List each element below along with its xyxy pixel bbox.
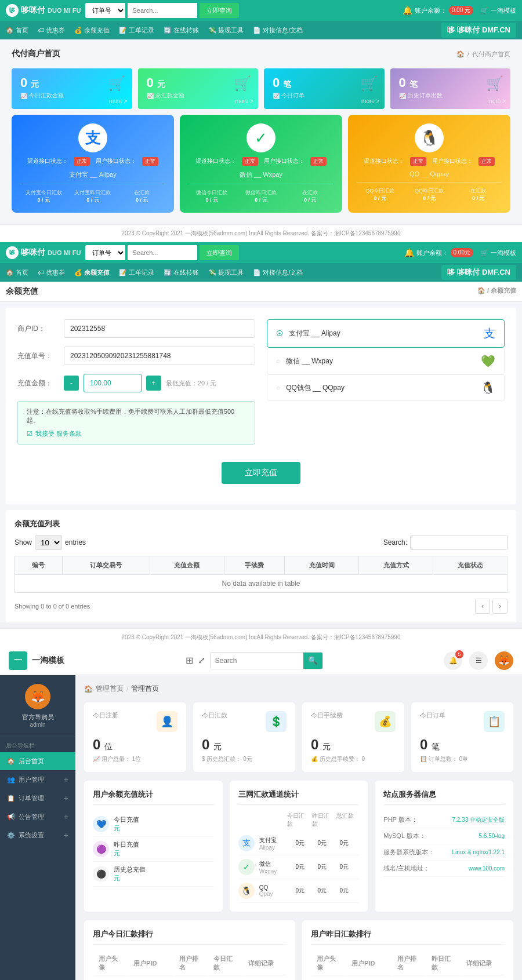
- charge-no-input[interactable]: [64, 347, 255, 365]
- logo-sub-1: DUO MI FU: [48, 7, 81, 14]
- expand-settings-icon: +: [64, 830, 68, 840]
- nav-right-1: 🔔 账户余额： 0.00 元 🛒 一淘模板: [403, 6, 516, 15]
- nav-home-1[interactable]: 🏠 首页: [6, 26, 28, 35]
- stat-more-3[interactable]: more >: [488, 98, 506, 104]
- dmf-brand-2: 哆 哆咪付 DMF.CN: [441, 265, 516, 280]
- sidebar-item-users[interactable]: 👥 用户管理 +: [0, 770, 75, 789]
- admin-stat-footer-1: $ 历史总汇款： 0元: [202, 755, 287, 763]
- nav-ticket-1[interactable]: 📝 工单记录: [119, 26, 154, 35]
- th-rank-yest: 用户排名: [393, 952, 426, 975]
- admin-layout: 🦊 官方导购员 admin 后台导航栏 🏠 后台首页 👥 用户管理 +: [0, 675, 522, 980]
- qq-stat-2: 在汇款 0 / 元: [455, 187, 502, 202]
- admin-stat-footer-2: 💰 历史总手续费： 0: [311, 755, 396, 763]
- search-input-1[interactable]: [128, 3, 197, 18]
- recharge-submit-btn[interactable]: 立即充值: [222, 462, 300, 484]
- nav-withdraw-1[interactable]: 💸 提现工具: [208, 26, 244, 35]
- table-search-label-2: Search:: [383, 538, 407, 547]
- admin-search-input[interactable]: [211, 653, 303, 669]
- agree-text: 我接受 服务条款: [35, 429, 82, 438]
- account-label-1: 账户余额：: [415, 6, 447, 15]
- search-select-2[interactable]: 订单号: [85, 245, 125, 260]
- channel-stat-values-alipay: 0元 0元 0元: [296, 839, 360, 847]
- nav-transfer-1[interactable]: 🔄 在线转账: [164, 26, 199, 35]
- nav-balance-2[interactable]: 💰 余额充值: [74, 268, 110, 277]
- admin-avatar[interactable]: 🦊: [495, 651, 513, 670]
- server-info-mysql: MySQL 版本： 5.6.50-log: [383, 828, 505, 844]
- admin-stat-label-2: 今日手续费: [311, 711, 343, 720]
- checkbox-icon[interactable]: ☑: [27, 430, 32, 438]
- profile-2[interactable]: 🛒 一淘模板: [480, 249, 516, 257]
- qq-stat-1: QQ昨日汇款 0 / 元: [406, 187, 453, 202]
- search-input-2[interactable]: [128, 245, 197, 260]
- server-info-domain: 域名/主机地址： www.100.com: [383, 861, 505, 877]
- radio-wechat[interactable]: ○: [276, 357, 280, 365]
- sidebar-item-settings[interactable]: ⚙️ 系统设置 +: [0, 826, 75, 844]
- prev-page-2[interactable]: ‹: [475, 599, 490, 614]
- qq-status: 渠道接口状态： 正常 用户接口状态： 正常: [357, 157, 502, 166]
- server-info-panel: 站点服务器信息 PHP 版本： 7.2.33 非稳定安全版 MySQL 版本： …: [375, 781, 513, 912]
- yest-rankno-0: 1: [393, 977, 426, 980]
- th-amount-yest: 昨日汇款: [427, 952, 460, 975]
- server-info-os: 服务器系统版本： Linux & nginx/1.22.1: [383, 844, 505, 861]
- radio-alipay[interactable]: ⦿: [276, 330, 283, 338]
- nav-ticket-2[interactable]: 📝 工单记录: [119, 268, 154, 277]
- menu-btn[interactable]: ☰: [469, 651, 488, 670]
- sidebar-item-announcements[interactable]: 📢 公告管理 +: [0, 807, 75, 826]
- balance-total-row: ⚫ 历史总充值 元: [93, 862, 214, 887]
- nav-transfer-2[interactable]: 🔄 在线转账: [164, 268, 199, 277]
- admin-breadcrumb: 🏠 管理首页 / 管理首页: [84, 684, 513, 694]
- admin-search-btn[interactable]: 🔍: [303, 653, 322, 669]
- search-select-1[interactable]: 订单号: [85, 3, 125, 18]
- sidebar-item-settings-content: ⚙️ 系统设置: [7, 831, 44, 840]
- charge-amount-input[interactable]: [84, 374, 142, 392]
- recharge-data-table: 编号 订单交易号 充值金额 手续费 充值时间 充值方式 充值状态 No data…: [14, 556, 507, 593]
- recharge-table-section: 余额充值列表 Show 10 entries Search: 编号: [6, 510, 516, 622]
- agree-row[interactable]: ☑ 我接受 服务条款: [27, 429, 246, 438]
- nav-home-2[interactable]: 🏠 首页: [6, 268, 28, 277]
- profile-1[interactable]: 🛒 一淘模板: [480, 6, 516, 15]
- payment-qq[interactable]: ○ QQ钱包 __ QQpay 🐧: [267, 374, 505, 401]
- stat-more-0[interactable]: more >: [109, 98, 127, 104]
- next-page-2[interactable]: ›: [492, 599, 507, 614]
- nav-coupon-1[interactable]: 🏷 优惠券: [38, 26, 65, 35]
- table-search-input-2[interactable]: [410, 535, 507, 550]
- breadcrumb-sep: /: [126, 685, 128, 693]
- admin-stat-icon-3: 📋: [484, 711, 505, 732]
- nav-docs-2[interactable]: 📄 对接信息/文档: [253, 268, 303, 277]
- payment-wechat[interactable]: ○ 微信 __ Wxpay 💚: [267, 348, 505, 374]
- nav-coupon-2[interactable]: 🏷 优惠券: [38, 268, 65, 277]
- admin-stat-icon-0: 👤: [157, 711, 177, 732]
- channel-stat-icon-wechat: ✓: [238, 859, 255, 875]
- entries-select-2[interactable]: 10: [35, 535, 62, 550]
- merchant-id-input[interactable]: [64, 319, 255, 338]
- pagination-2: ‹ ›: [475, 599, 507, 614]
- sidebar-section-title: 后台导航栏: [0, 737, 75, 752]
- sidebar-item-home[interactable]: 🏠 后台首页: [0, 752, 75, 770]
- nav-balance-1[interactable]: 💰 余额充值: [74, 26, 110, 35]
- balance-item-value-2: 元: [114, 874, 214, 883]
- stat-more-1[interactable]: more >: [235, 98, 253, 104]
- qq-total-val: 0元: [339, 887, 359, 895]
- sidebar-avatar: 🦊: [25, 684, 50, 709]
- stat-more-2[interactable]: more >: [361, 98, 379, 104]
- amount-plus[interactable]: +: [146, 376, 161, 391]
- sidebar-item-orders[interactable]: 📋 订单管理 +: [0, 789, 75, 807]
- radio-qq[interactable]: ○: [276, 384, 280, 392]
- search-btn-2[interactable]: 立即查询: [200, 245, 239, 260]
- alipay-stat-1: 支付宝昨日汇款 0 / 元: [70, 189, 117, 204]
- amount-minus[interactable]: -: [64, 376, 79, 391]
- nav-docs-1[interactable]: 📄 对接信息/文档: [253, 26, 303, 35]
- nav-withdraw-2[interactable]: 💸 提现工具: [208, 268, 244, 277]
- expand-icon[interactable]: ⤢: [198, 655, 205, 666]
- cart-icon-0: 🛒: [108, 75, 125, 92]
- payment-alipay[interactable]: ⦿ 支付宝 __ Alipay 支: [267, 319, 505, 348]
- footer-1: 2023 © CopyRight 2021 一淘模板(56admm.com) I…: [0, 224, 522, 242]
- th-time: 充值时间: [285, 556, 359, 575]
- notification-btn[interactable]: 🔔 5: [444, 651, 462, 670]
- grid-icon[interactable]: ⊞: [186, 655, 193, 666]
- today-rank-avatar-0: 🐧: [94, 977, 128, 980]
- admin-logo-text: 一淘模板: [32, 655, 64, 666]
- search-btn-1[interactable]: 立即查询: [200, 3, 239, 18]
- admin-stat-value-1: 0 元: [202, 737, 287, 753]
- channel-stat-name-qq: QQQpay: [259, 884, 291, 897]
